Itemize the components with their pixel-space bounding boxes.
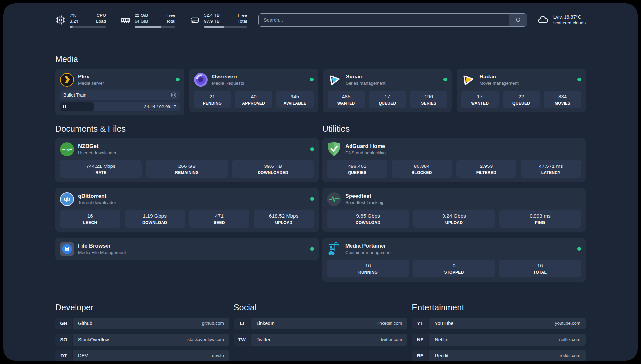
- memory-progress-track: [135, 26, 175, 28]
- bookmark-twitter[interactable]: TW Twittertwitter.com: [234, 334, 408, 346]
- cpu-usage: 7%: [70, 13, 78, 18]
- qbittorrent-app-link[interactable]: qb qBittorrent Torrent downloader: [60, 192, 314, 206]
- sonarr-card: Sonarr Series management 485WANTED 17QUE…: [323, 69, 452, 112]
- bookmark-netflix[interactable]: NF Netflixnetflix.com: [412, 334, 586, 346]
- stat-block: 196SERIES: [410, 91, 447, 108]
- bookmark-url: dev.to: [212, 353, 224, 358]
- overseerr-app-link[interactable]: Overseerr Media Requests: [194, 73, 314, 87]
- adguard-icon: [327, 142, 341, 156]
- app-title: NZBGet: [78, 143, 116, 149]
- sonarr-app-link[interactable]: Sonarr Series management: [328, 73, 447, 87]
- app-subtitle: Torrent downloader: [78, 200, 116, 205]
- stat-block: 0STOPPED: [413, 260, 495, 277]
- app-subtitle: Media server: [78, 81, 104, 86]
- status-dot: [577, 78, 581, 81]
- stat-block: 498,461QUERIES: [327, 160, 387, 178]
- disk-progress-track: [204, 26, 247, 28]
- stat-block: 21PENDING: [194, 91, 231, 108]
- stat-block: 266 GBREMAINING: [146, 160, 228, 178]
- qbittorrent-icon: qb: [60, 192, 74, 206]
- cpu-label-2: Load: [96, 18, 106, 24]
- weather-location-temp: Lviv, 16.87°C: [553, 15, 586, 20]
- plex-app-link[interactable]: Plex Media server: [60, 73, 180, 87]
- bookmark-abbr: YT: [412, 318, 428, 329]
- disk-free: 52.4 TB: [204, 13, 220, 18]
- stat-block: 0.993 msPING: [499, 210, 581, 228]
- status-dot: [310, 78, 314, 81]
- stat-block: 618.52 MbpsUPLOAD: [254, 210, 314, 228]
- bookmark-abbr: GH: [55, 318, 72, 329]
- bookmark-reddit[interactable]: RE Redditreddit.com: [412, 350, 586, 361]
- stat-block: 17QUEUED: [369, 91, 406, 108]
- radarr-app-link[interactable]: Radarr Movie management: [461, 73, 581, 87]
- bookmark-stackoverflow[interactable]: SO StackOverflowstackoverflow.com: [55, 334, 229, 346]
- app-title: Speedtest: [345, 193, 383, 199]
- plex-card: Plex Media server Bullet Train: [55, 69, 184, 115]
- playback-elapsed: [60, 102, 94, 111]
- section-title-developer: Developer: [55, 303, 229, 312]
- cloud-icon: [537, 14, 549, 26]
- stat-block: 39.6 TBDOWNLOADED: [232, 160, 314, 178]
- memory-label-2: Total: [166, 18, 175, 24]
- bookmark-linkedin[interactable]: LI LinkedInlinkedin.com: [234, 318, 408, 329]
- portainer-app-link[interactable]: Media Portainer Container management: [327, 242, 581, 256]
- app-subtitle: DNS and adblocking: [345, 150, 386, 155]
- cpu-progress-fill: [70, 26, 73, 28]
- utilities-column: Utilities AdGuard Home: [322, 124, 586, 282]
- section-title-utilities: Utilities: [322, 124, 586, 134]
- app-title: Radarr: [479, 74, 519, 80]
- stat-block: 744.21 MbpsRATE: [60, 160, 142, 178]
- documents-column: Documents & Files nzbget NZBGet Usenet d…: [55, 124, 319, 260]
- stat-block: 9.65 GbpsDOWNLOAD: [327, 210, 409, 228]
- bookmark-abbr: RE: [412, 350, 428, 361]
- cpu-load-value: 3.24: [70, 18, 78, 24]
- bookmark-abbr: NF: [412, 334, 428, 346]
- filebrowser-app-link[interactable]: File Browser Media File Management: [60, 242, 314, 256]
- stat-block: 40APPROVED: [235, 91, 272, 108]
- search-bar: G: [258, 13, 527, 27]
- app-subtitle: Movie management: [479, 81, 519, 86]
- top-bar: 7%3.24 CPULoad 22 GiB64 GiB: [55, 3, 586, 28]
- search-input[interactable]: [259, 14, 509, 26]
- nzbget-app-link[interactable]: nzbget NZBGet Usenet downloader: [60, 142, 314, 156]
- stat-block: 1.19 GbpsDOWNLOAD: [125, 210, 185, 228]
- disk-icon: [190, 15, 200, 25]
- status-dot: [310, 147, 314, 151]
- status-dot: [310, 197, 314, 201]
- section-title-media: Media: [55, 54, 586, 64]
- bookmark-dev[interactable]: DT DEVdev.to: [55, 350, 229, 361]
- bookmark-github[interactable]: GH Githubgithub.com: [55, 318, 229, 329]
- stat-block: 16RUNNING: [327, 260, 409, 277]
- now-playing-title: Bullet Train: [63, 92, 86, 98]
- bookmark-name: DEV: [78, 353, 88, 358]
- disk-widget: 52.4 TB97.9 TB FreeTotal: [190, 13, 247, 28]
- filebrowser-card: File Browser Media File Management: [55, 238, 319, 260]
- resource-widgets: 7%3.24 CPULoad 22 GiB64 GiB: [55, 13, 247, 28]
- pause-icon[interactable]: [63, 105, 66, 108]
- cpu-label-1: CPU: [96, 13, 106, 18]
- memory-free: 22 GiB: [135, 13, 148, 18]
- speedtest-card: Speedtest Speedtest Tracking 9.65 GbpsDO…: [322, 188, 586, 232]
- status-dot: [577, 247, 581, 251]
- disk-total: 97.9 TB: [204, 18, 220, 24]
- bookmark-url: linkedin.com: [377, 321, 402, 326]
- search-provider-button[interactable]: G: [509, 14, 527, 26]
- bookmark-youtube[interactable]: YT YouTubeyoutube.com: [412, 318, 586, 329]
- app-title: AdGuard Home: [345, 143, 386, 149]
- cpu-progress-track: [70, 26, 106, 28]
- memory-progress-fill: [135, 26, 161, 28]
- app-subtitle: Usenet downloader: [78, 150, 116, 155]
- bookmark-abbr: TW: [234, 334, 250, 346]
- dashboard-panel: 7%3.24 CPULoad 22 GiB64 GiB: [3, 3, 638, 361]
- radarr-icon: [461, 73, 475, 87]
- stat-block: 471SEED: [189, 210, 250, 228]
- adguard-app-link[interactable]: AdGuard Home DNS and adblocking: [327, 142, 581, 156]
- cpu-widget: 7%3.24 CPULoad: [55, 13, 106, 28]
- stat-block: 9.24 GbpsUPLOAD: [413, 210, 495, 228]
- speedtest-icon: [327, 192, 341, 206]
- stat-block: 22QUEUED: [503, 91, 540, 108]
- topbar-divider: [55, 33, 586, 33]
- nzbget-icon: nzbget: [60, 142, 74, 156]
- bookmark-name: StackOverflow: [78, 337, 109, 342]
- speedtest-app-link[interactable]: Speedtest Speedtest Tracking: [327, 192, 581, 206]
